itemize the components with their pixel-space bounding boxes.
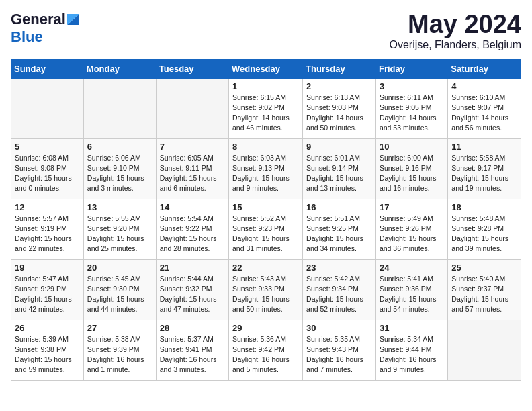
day-info: Sunrise: 6:11 AM Sunset: 9:05 PM Dayligh… (380, 93, 444, 134)
day-info: Sunrise: 5:58 AM Sunset: 9:17 PM Dayligh… (451, 153, 517, 194)
day-number: 27 (87, 323, 152, 333)
day-number: 21 (160, 263, 225, 273)
day-info: Sunrise: 5:38 AM Sunset: 9:39 PM Dayligh… (87, 334, 152, 375)
col-header-tuesday: Tuesday (156, 59, 228, 78)
day-number: 31 (380, 323, 444, 333)
day-number: 12 (15, 202, 80, 212)
day-number: 15 (232, 202, 299, 212)
header-row: SundayMondayTuesdayWednesdayThursdayFrid… (11, 59, 521, 78)
logo-general: General (11, 11, 66, 28)
logo: General Blue (11, 11, 79, 46)
col-header-friday: Friday (375, 59, 447, 78)
day-info: Sunrise: 5:40 AM Sunset: 9:37 PM Dayligh… (451, 274, 517, 315)
logo-icon (67, 13, 79, 25)
day-info: Sunrise: 5:43 AM Sunset: 9:33 PM Dayligh… (232, 274, 299, 315)
day-info: Sunrise: 5:51 AM Sunset: 9:25 PM Dayligh… (306, 214, 372, 255)
day-number: 13 (87, 202, 152, 212)
day-cell: 7Sunrise: 6:05 AM Sunset: 9:11 PM Daylig… (156, 138, 228, 199)
day-number: 26 (15, 323, 80, 333)
col-header-monday: Monday (83, 59, 156, 78)
day-info: Sunrise: 6:15 AM Sunset: 9:02 PM Dayligh… (232, 93, 299, 134)
day-cell: 6Sunrise: 6:06 AM Sunset: 9:10 PM Daylig… (83, 138, 156, 199)
month-title: May 2024 (389, 11, 521, 39)
day-number: 4 (451, 81, 517, 91)
day-info: Sunrise: 6:00 AM Sunset: 9:16 PM Dayligh… (380, 153, 444, 194)
day-cell: 22Sunrise: 5:43 AM Sunset: 9:33 PM Dayli… (229, 259, 303, 320)
day-cell: 27Sunrise: 5:38 AM Sunset: 9:39 PM Dayli… (83, 320, 156, 380)
day-info: Sunrise: 5:52 AM Sunset: 9:23 PM Dayligh… (232, 214, 299, 255)
day-cell: 15Sunrise: 5:52 AM Sunset: 9:23 PM Dayli… (229, 199, 303, 259)
day-info: Sunrise: 5:35 AM Sunset: 9:43 PM Dayligh… (306, 334, 372, 375)
day-number: 23 (306, 263, 372, 273)
week-row: 12Sunrise: 5:57 AM Sunset: 9:19 PM Dayli… (11, 199, 521, 259)
day-cell (11, 78, 84, 138)
day-number: 16 (306, 202, 372, 212)
page-header: General Blue May 2024 Overijse, Flanders… (11, 11, 521, 51)
logo-blue: Blue (11, 28, 43, 45)
day-number: 19 (15, 263, 80, 273)
calendar-table: SundayMondayTuesdayWednesdayThursdayFrid… (11, 59, 521, 381)
day-info: Sunrise: 6:06 AM Sunset: 9:10 PM Dayligh… (87, 153, 152, 194)
day-info: Sunrise: 5:47 AM Sunset: 9:29 PM Dayligh… (15, 274, 80, 315)
day-info: Sunrise: 5:42 AM Sunset: 9:34 PM Dayligh… (306, 274, 372, 315)
day-number: 29 (232, 323, 299, 333)
day-cell: 4Sunrise: 6:10 AM Sunset: 9:07 PM Daylig… (448, 78, 521, 138)
day-number: 2 (306, 81, 372, 91)
day-number: 22 (232, 263, 299, 273)
day-cell: 19Sunrise: 5:47 AM Sunset: 9:29 PM Dayli… (11, 259, 84, 320)
day-info: Sunrise: 5:34 AM Sunset: 9:44 PM Dayligh… (380, 334, 444, 375)
day-number: 30 (306, 323, 372, 333)
day-number: 18 (451, 202, 517, 212)
day-cell: 16Sunrise: 5:51 AM Sunset: 9:25 PM Dayli… (303, 199, 376, 259)
day-cell: 26Sunrise: 5:39 AM Sunset: 9:38 PM Dayli… (11, 320, 84, 380)
day-cell: 2Sunrise: 6:13 AM Sunset: 9:03 PM Daylig… (303, 78, 376, 138)
day-cell: 17Sunrise: 5:49 AM Sunset: 9:26 PM Dayli… (375, 199, 447, 259)
week-row: 19Sunrise: 5:47 AM Sunset: 9:29 PM Dayli… (11, 259, 521, 320)
day-number: 10 (380, 142, 444, 152)
day-cell: 8Sunrise: 6:03 AM Sunset: 9:13 PM Daylig… (229, 138, 303, 199)
day-cell: 13Sunrise: 5:55 AM Sunset: 9:20 PM Dayli… (83, 199, 156, 259)
day-info: Sunrise: 5:54 AM Sunset: 9:22 PM Dayligh… (160, 214, 225, 255)
week-row: 1Sunrise: 6:15 AM Sunset: 9:02 PM Daylig… (11, 78, 521, 138)
day-cell: 30Sunrise: 5:35 AM Sunset: 9:43 PM Dayli… (303, 320, 376, 380)
day-number: 5 (15, 142, 80, 152)
day-number: 8 (232, 142, 299, 152)
day-info: Sunrise: 5:55 AM Sunset: 9:20 PM Dayligh… (87, 214, 152, 255)
day-cell: 23Sunrise: 5:42 AM Sunset: 9:34 PM Dayli… (303, 259, 376, 320)
title-block: May 2024 Overijse, Flanders, Belgium (389, 11, 521, 51)
day-info: Sunrise: 6:08 AM Sunset: 9:08 PM Dayligh… (15, 153, 80, 194)
day-cell: 1Sunrise: 6:15 AM Sunset: 9:02 PM Daylig… (229, 78, 303, 138)
day-cell: 20Sunrise: 5:45 AM Sunset: 9:30 PM Dayli… (83, 259, 156, 320)
day-cell: 10Sunrise: 6:00 AM Sunset: 9:16 PM Dayli… (375, 138, 447, 199)
day-number: 9 (306, 142, 372, 152)
day-cell: 28Sunrise: 5:37 AM Sunset: 9:41 PM Dayli… (156, 320, 228, 380)
day-cell: 24Sunrise: 5:41 AM Sunset: 9:36 PM Dayli… (375, 259, 447, 320)
location-title: Overijse, Flanders, Belgium (389, 39, 521, 51)
day-cell: 18Sunrise: 5:48 AM Sunset: 9:28 PM Dayli… (448, 199, 521, 259)
day-info: Sunrise: 6:03 AM Sunset: 9:13 PM Dayligh… (232, 153, 299, 194)
day-info: Sunrise: 5:44 AM Sunset: 9:32 PM Dayligh… (160, 274, 225, 315)
col-header-saturday: Saturday (448, 59, 521, 78)
day-number: 11 (451, 142, 517, 152)
day-info: Sunrise: 5:37 AM Sunset: 9:41 PM Dayligh… (160, 334, 225, 375)
day-info: Sunrise: 5:48 AM Sunset: 9:28 PM Dayligh… (451, 214, 517, 255)
day-number: 24 (380, 263, 444, 273)
day-cell (448, 320, 521, 380)
day-cell: 12Sunrise: 5:57 AM Sunset: 9:19 PM Dayli… (11, 199, 84, 259)
day-info: Sunrise: 6:13 AM Sunset: 9:03 PM Dayligh… (306, 93, 372, 134)
day-cell: 31Sunrise: 5:34 AM Sunset: 9:44 PM Dayli… (375, 320, 447, 380)
day-info: Sunrise: 6:10 AM Sunset: 9:07 PM Dayligh… (451, 93, 517, 134)
day-cell: 11Sunrise: 5:58 AM Sunset: 9:17 PM Dayli… (448, 138, 521, 199)
week-row: 26Sunrise: 5:39 AM Sunset: 9:38 PM Dayli… (11, 320, 521, 380)
day-number: 1 (232, 81, 299, 91)
day-cell: 9Sunrise: 6:01 AM Sunset: 9:14 PM Daylig… (303, 138, 376, 199)
day-number: 14 (160, 202, 225, 212)
day-cell: 25Sunrise: 5:40 AM Sunset: 9:37 PM Dayli… (448, 259, 521, 320)
day-cell: 14Sunrise: 5:54 AM Sunset: 9:22 PM Dayli… (156, 199, 228, 259)
day-info: Sunrise: 5:36 AM Sunset: 9:42 PM Dayligh… (232, 334, 299, 375)
col-header-wednesday: Wednesday (229, 59, 303, 78)
day-info: Sunrise: 6:01 AM Sunset: 9:14 PM Dayligh… (306, 153, 372, 194)
day-number: 28 (160, 323, 225, 333)
day-number: 7 (160, 142, 225, 152)
day-info: Sunrise: 5:41 AM Sunset: 9:36 PM Dayligh… (380, 274, 444, 315)
